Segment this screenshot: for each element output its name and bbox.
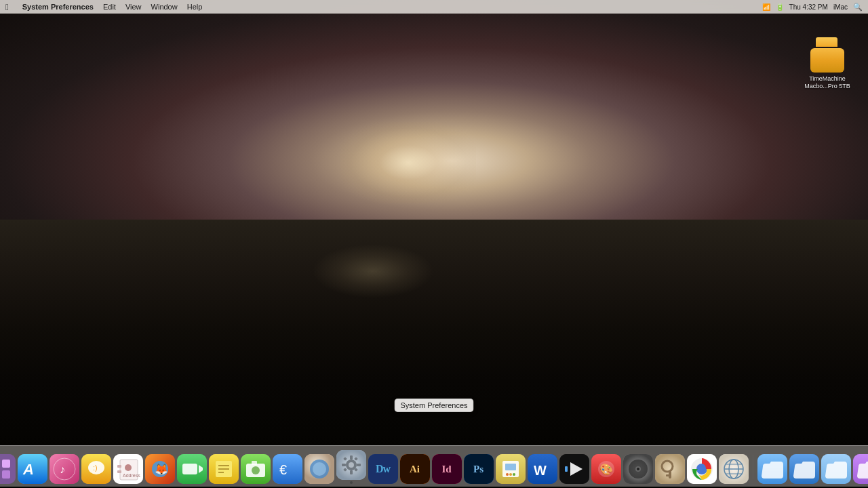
view-menu[interactable]: View <box>125 3 142 11</box>
dock-item-itunes[interactable]: ♪ <box>50 454 79 484</box>
drive-body <box>810 48 844 73</box>
dock-item-fcpx[interactable] <box>559 454 589 484</box>
menubar-left:  System Preferences Edit View Window He… <box>5 2 762 12</box>
stickies-icon <box>209 454 239 484</box>
syspref-icon <box>336 450 366 480</box>
svg-point-27 <box>125 464 132 471</box>
apple-menu[interactable]:  <box>5 2 9 12</box>
dock-item-indesign[interactable]: Id <box>432 454 462 484</box>
edit-menu[interactable]: Edit <box>103 3 116 11</box>
svg-rect-81 <box>666 474 671 476</box>
photobook-icon <box>496 454 526 484</box>
dock-item-imagecapture[interactable] <box>241 454 271 484</box>
appstore-icon: A <box>18 454 47 484</box>
svg-rect-12 <box>2 460 10 468</box>
svg-text:A: A <box>22 461 34 478</box>
dock-item-portfolio[interactable]: 🎨 <box>591 454 621 484</box>
window-menu[interactable]: Window <box>151 3 178 11</box>
dock-item-dreamweaver[interactable]: Dw <box>368 454 398 484</box>
dock-item-dvdplayer[interactable] <box>623 454 653 484</box>
dock-item-folder2[interactable] <box>789 454 819 484</box>
folder2-icon <box>789 454 819 484</box>
dock-item-addressbook[interactable]: Address <box>113 454 143 484</box>
folder3-icon <box>821 454 851 484</box>
svg-text:€: € <box>279 462 287 477</box>
app-name-menu[interactable]: System Preferences <box>22 3 94 11</box>
dock-item-illustrator[interactable]: Ai <box>400 454 430 484</box>
desktop-background <box>0 0 868 488</box>
dock-item-chrome[interactable] <box>687 454 717 484</box>
svg-text:🎨: 🎨 <box>599 463 613 476</box>
clock: Thu 4:32 PM <box>789 3 828 11</box>
dvdplayer-icon <box>623 454 653 484</box>
svg-rect-44 <box>273 454 302 484</box>
dock-item-folder1[interactable] <box>757 454 787 484</box>
svg-text:Address: Address <box>123 473 140 478</box>
spotlight-icon[interactable]: 🔍 <box>853 3 863 12</box>
svg-rect-78 <box>655 454 685 484</box>
steuererklarung-icon: € <box>273 454 302 484</box>
wifi-icon: 📶 <box>762 3 770 11</box>
dock-item-keychain[interactable] <box>655 454 685 484</box>
dock-item-folder3[interactable] <box>821 454 851 484</box>
dock: :) A ♪ <box>0 445 868 487</box>
fcpx-icon <box>559 454 589 484</box>
dock-item-facetime[interactable] <box>177 454 207 484</box>
folder1-icon <box>757 454 787 484</box>
svg-text:W: W <box>534 463 547 478</box>
svg-rect-33 <box>182 464 197 474</box>
imagecapture-icon <box>241 454 271 484</box>
illustrator-icon: Ai <box>400 454 430 484</box>
itunes-icon: ♪ <box>50 454 79 484</box>
svg-rect-26 <box>117 470 121 473</box>
menubar:  System Preferences Edit View Window He… <box>0 0 868 14</box>
dock-item-word[interactable]: W <box>528 454 557 484</box>
svg-rect-25 <box>117 465 121 468</box>
help-menu[interactable]: Help <box>187 3 203 11</box>
svg-point-77 <box>637 468 639 470</box>
svg-text::): :) <box>93 464 98 472</box>
indesign-icon: Id <box>432 454 462 484</box>
svg-rect-62 <box>505 464 516 470</box>
dock-item-firefox[interactable]: 🦊 <box>145 454 175 484</box>
drive-icon <box>810 37 845 73</box>
keychain-icon <box>655 454 685 484</box>
svg-text:♪: ♪ <box>60 464 65 475</box>
dock-item-photobook[interactable] <box>496 454 526 484</box>
svg-rect-54 <box>342 464 346 466</box>
dock-item-adium[interactable]: :) <box>81 454 111 484</box>
addressbook-icon: Address <box>113 454 143 484</box>
firefox-icon: 🦊 <box>145 454 175 484</box>
svg-text:🦊: 🦊 <box>155 463 168 476</box>
svg-rect-14 <box>2 470 10 479</box>
dock-item-netinfo[interactable] <box>719 454 749 484</box>
svg-rect-70 <box>565 466 568 472</box>
svg-point-48 <box>313 462 326 476</box>
battery-icon: 🔋 <box>776 3 784 11</box>
dock-item-stickies[interactable] <box>209 454 239 484</box>
portfolio-icon: 🎨 <box>591 454 621 484</box>
mosaic-icon <box>0 454 16 484</box>
dock-item-mercury[interactable] <box>304 454 334 484</box>
drive-label: TimeMachine Macbo...Pro 5TB <box>800 75 854 90</box>
dock-item-folder4[interactable] <box>853 454 869 484</box>
horizon-glow <box>340 122 476 203</box>
dock-item-mosaic[interactable] <box>0 454 16 484</box>
dock-item-syspref[interactable] <box>336 450 366 484</box>
dock-item-appstore[interactable]: A <box>18 454 47 484</box>
menubar-right: 📶 🔋 Thu 4:32 PM iMac 🔍 <box>762 3 863 12</box>
folder4-icon <box>853 454 869 484</box>
svg-point-65 <box>513 473 515 476</box>
mercury-icon <box>304 454 334 484</box>
word-icon: W <box>528 454 557 484</box>
dock-item-steuererklarung[interactable]: € <box>273 454 302 484</box>
svg-rect-55 <box>357 464 361 466</box>
time-machine-drive[interactable]: TimeMachine Macbo...Pro 5TB <box>800 37 854 90</box>
dock-item-photoshop[interactable]: Ps <box>464 454 494 484</box>
photoshop-icon: Ps <box>464 454 494 484</box>
facetime-icon <box>177 454 207 484</box>
dock-separator <box>753 455 753 479</box>
svg-point-42 <box>252 466 260 474</box>
chrome-icon <box>687 454 717 484</box>
water-reflection <box>312 244 434 298</box>
